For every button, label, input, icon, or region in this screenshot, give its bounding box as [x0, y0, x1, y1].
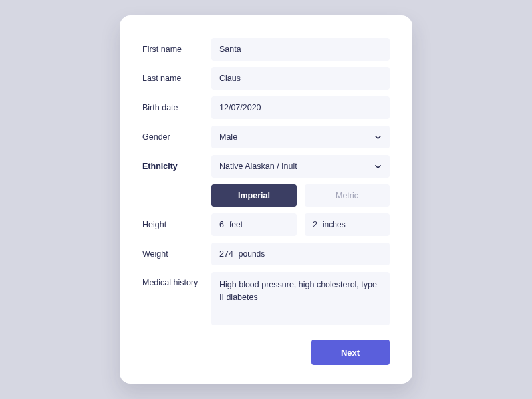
label-ethnicity: Ethnicity	[142, 162, 211, 171]
form-footer: Next	[142, 340, 390, 365]
value-ethnicity: Native Alaskan / Inuit	[219, 162, 297, 171]
value-gender: Male	[219, 132, 237, 142]
value-last-name: Claus	[219, 74, 241, 83]
label-last-name: Last name	[142, 74, 211, 83]
row-gender: Gender Male	[142, 126, 390, 148]
value-weight: 274	[219, 249, 233, 259]
select-gender[interactable]: Male	[211, 126, 390, 148]
height-inputs: 6 feet 2 inches	[211, 213, 390, 236]
value-height-inches: 2	[313, 220, 317, 229]
chevron-down-icon	[374, 134, 382, 141]
toggle-metric[interactable]: Metric	[305, 184, 390, 207]
input-last-name[interactable]: Claus	[211, 67, 390, 90]
units-toggle: Imperial Metric	[211, 184, 390, 207]
select-ethnicity[interactable]: Native Alaskan / Inuit	[211, 155, 390, 178]
input-weight[interactable]: 274 pounds	[211, 243, 390, 265]
row-weight: Weight 274 pounds	[142, 243, 390, 265]
chevron-down-icon	[374, 163, 382, 170]
row-medical-history: Medical history High blood pressure, hig…	[142, 272, 390, 325]
input-birth-date[interactable]: 12/07/2020	[211, 96, 390, 119]
row-units-toggle: Imperial Metric	[142, 184, 390, 207]
label-medical-history: Medical history	[142, 272, 211, 287]
patient-form-card: First name Santa Last name Claus Birth d…	[120, 15, 412, 384]
row-birth-date: Birth date 12/07/2020	[142, 96, 390, 119]
input-height-feet[interactable]: 6 feet	[211, 213, 297, 236]
row-last-name: Last name Claus	[142, 67, 390, 90]
label-first-name: First name	[142, 45, 211, 54]
label-weight: Weight	[142, 249, 211, 259]
value-medical-history: High blood pressure, high cholesterol, t…	[219, 280, 377, 302]
value-birth-date: 12/07/2020	[219, 103, 261, 112]
unit-height-inches: inches	[323, 220, 346, 229]
row-first-name: First name Santa	[142, 38, 390, 61]
label-birth-date: Birth date	[142, 103, 211, 112]
row-height: Height 6 feet 2 inches	[142, 213, 390, 236]
input-first-name[interactable]: Santa	[211, 38, 390, 61]
input-height-inches[interactable]: 2 inches	[305, 213, 390, 236]
unit-weight: pounds	[239, 249, 265, 259]
label-height: Height	[142, 220, 211, 229]
unit-height-feet: feet	[229, 220, 243, 229]
label-gender: Gender	[142, 132, 211, 142]
next-button[interactable]: Next	[311, 340, 390, 365]
textarea-medical-history[interactable]: High blood pressure, high cholesterol, t…	[211, 272, 390, 325]
row-ethnicity: Ethnicity Native Alaskan / Inuit	[142, 155, 390, 178]
value-height-feet: 6	[219, 220, 224, 229]
value-first-name: Santa	[219, 45, 241, 54]
toggle-imperial[interactable]: Imperial	[211, 184, 297, 207]
